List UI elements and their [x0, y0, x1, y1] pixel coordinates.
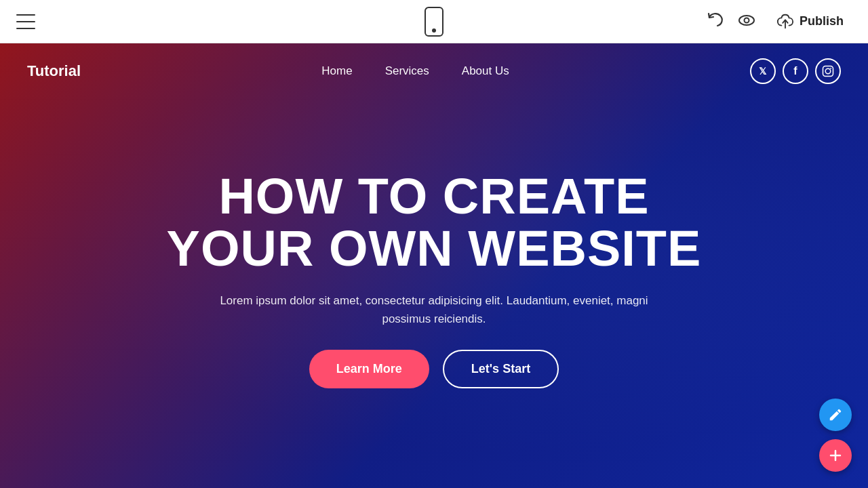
nav-services[interactable]: Services: [385, 64, 429, 78]
hero-title: HOW TO CREATE YOUR OWN WEBSITE: [167, 170, 702, 275]
preview-button[interactable]: [737, 11, 756, 32]
site-logo: Tutorial: [27, 62, 81, 80]
hamburger-menu-icon[interactable]: [16, 14, 35, 29]
instagram-icon[interactable]: [815, 58, 841, 84]
learn-more-button[interactable]: Learn More: [309, 350, 429, 388]
nav-links: Home Services About Us: [321, 64, 509, 78]
twitter-icon[interactable]: 𝕏: [750, 58, 776, 84]
publish-label: Publish: [800, 14, 844, 28]
hero-section: Tutorial Home Services About Us 𝕏 f: [0, 43, 868, 488]
svg-point-5: [830, 68, 831, 69]
cloud-upload-icon: [776, 13, 794, 30]
mobile-view-icon[interactable]: [425, 7, 443, 37]
fab-container: [819, 399, 852, 472]
pencil-icon: [828, 407, 843, 422]
toolbar-right: Publish: [706, 9, 852, 35]
svg-point-1: [744, 18, 749, 23]
preview-area: Tutorial Home Services About Us 𝕏 f: [0, 43, 868, 488]
toolbar: Publish: [0, 0, 868, 43]
plus-icon: [827, 447, 844, 464]
toolbar-center: [425, 7, 443, 37]
publish-button[interactable]: Publish: [768, 9, 852, 35]
svg-point-4: [825, 68, 831, 74]
svg-point-0: [739, 16, 754, 25]
undo-button[interactable]: [706, 11, 725, 32]
hero-subtitle: Lorem ipsum dolor sit amet, consectetur …: [197, 291, 671, 328]
svg-rect-3: [823, 66, 833, 77]
nav-about-us[interactable]: About Us: [462, 64, 509, 78]
hero-title-line1: HOW TO CREATE: [218, 168, 649, 224]
toolbar-left: [16, 14, 35, 29]
hero-content: HOW TO CREATE YOUR OWN WEBSITE Lorem ips…: [167, 170, 702, 389]
lets-start-button[interactable]: Let's Start: [443, 350, 559, 388]
social-icons: 𝕏 f: [750, 58, 841, 84]
hero-buttons: Learn More Let's Start: [309, 350, 559, 388]
edit-fab-button[interactable]: [819, 399, 852, 431]
add-fab-button[interactable]: [819, 439, 852, 472]
site-nav: Tutorial Home Services About Us 𝕏 f: [0, 43, 868, 99]
facebook-icon[interactable]: f: [783, 58, 808, 84]
hero-title-line2: YOUR OWN WEBSITE: [167, 220, 702, 277]
nav-home[interactable]: Home: [321, 64, 352, 78]
